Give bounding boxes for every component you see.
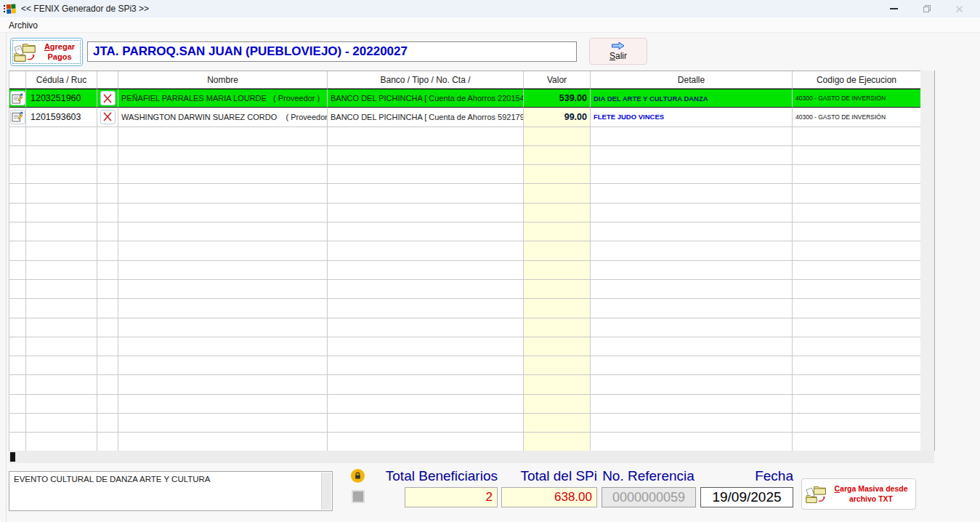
edit-cell <box>9 204 26 222</box>
banco-cell <box>328 414 524 433</box>
edit-cell[interactable] <box>9 108 26 127</box>
carga-masiva-button[interactable]: Carga Masiva desde archivo TXT <box>801 478 916 510</box>
banco-cell <box>328 375 524 394</box>
delete-row-button[interactable] <box>100 110 116 124</box>
window-title: << FENIX Generador de SPi3 >> <box>21 4 149 14</box>
cedula-cell <box>26 146 97 165</box>
codigo-cell <box>793 241 920 260</box>
detalle-textarea[interactable]: EVENTO CULTURAL DE DANZA ARTE Y CULTURA <box>9 471 333 511</box>
agregar-pagos-button[interactable]: Agregar Pagos <box>10 38 83 66</box>
delete-cell <box>97 395 118 414</box>
edit-cell <box>9 318 26 337</box>
minimize-button[interactable] <box>878 0 910 17</box>
valor-cell <box>524 433 591 451</box>
codigo-cell <box>793 165 920 184</box>
total-spi-label: Total del SPi <box>465 468 597 485</box>
table-row-empty <box>9 414 920 433</box>
delete-cell <box>97 165 118 184</box>
table-row-empty <box>9 375 920 394</box>
table-row-empty <box>9 165 920 184</box>
table-horizontal-scrollbar[interactable] <box>9 451 934 463</box>
banco-cell <box>328 433 524 451</box>
cedula-cell <box>26 127 97 146</box>
close-icon: ✕ <box>955 4 964 15</box>
close-button[interactable]: ✕ <box>943 0 976 17</box>
edit-cell <box>9 299 26 318</box>
valor-cell: 539.00 <box>524 89 591 108</box>
detalle-scrollbar[interactable] <box>321 473 331 510</box>
delete-cell <box>97 222 118 241</box>
detalle-text: EVENTO CULTURAL DE DANZA ARTE Y CULTURA <box>14 475 211 483</box>
detalle-cell: FLETE JUDO VINCES <box>591 108 793 127</box>
banco-cell <box>328 318 524 337</box>
banco-cell <box>328 337 524 356</box>
edit-row-button[interactable] <box>10 110 25 124</box>
valor-cell <box>524 241 591 260</box>
nombre-cell: PEÑAFIEL PARRALES MARIA LOURDE ( Proveed… <box>118 89 328 108</box>
edit-cell[interactable] <box>9 89 26 108</box>
delete-cell[interactable] <box>97 108 118 127</box>
edit-cell <box>9 261 26 280</box>
entity-title-input[interactable] <box>87 41 577 62</box>
valor-cell <box>524 299 591 318</box>
table-row[interactable]: 1201593603 WASHINGTON DARWIN SUAREZ CORD… <box>9 108 920 127</box>
nombre-cell <box>118 433 328 451</box>
edit-form-icon <box>12 111 23 122</box>
valor-cell <box>524 318 591 337</box>
detalle-cell: DIA DEL ARTE Y CULTURA DANZA <box>591 89 793 108</box>
codigo-cell <box>793 261 920 280</box>
nombre-cell <box>118 356 328 375</box>
cedula-cell <box>26 280 97 299</box>
valor-cell <box>524 165 591 184</box>
header-banco: Banco / Tipo / No. Cta / <box>328 71 524 88</box>
codigo-cell: 40300 - GASTO DE INVERSIÓN <box>793 89 920 108</box>
table-vertical-scrollbar[interactable] <box>920 71 935 451</box>
banco-cell <box>328 241 524 260</box>
valor-cell <box>524 204 591 222</box>
restore-icon <box>923 4 931 13</box>
minimize-icon <box>890 8 898 9</box>
nombre-cell <box>118 127 328 146</box>
header-edit-col <box>9 71 26 88</box>
edit-cell <box>9 127 26 146</box>
cedula-cell <box>26 299 97 318</box>
edit-form-icon <box>12 93 23 104</box>
valor-cell <box>524 356 591 375</box>
valor-cell: 99.00 <box>524 108 591 127</box>
codigo-cell <box>793 184 920 203</box>
delete-cell <box>97 337 118 356</box>
edit-cell <box>9 222 26 241</box>
cedula-cell <box>26 433 97 451</box>
table-row[interactable]: 1203251960 PEÑAFIEL PARRALES MARIA LOURD… <box>9 89 920 108</box>
codigo-cell <box>793 280 920 299</box>
table-row-empty <box>9 395 920 414</box>
nombre-cell <box>118 165 328 184</box>
edit-cell <box>9 395 26 414</box>
cedula-cell <box>26 222 97 241</box>
fecha-value[interactable]: 19/09/2025 <box>700 487 793 507</box>
restore-button[interactable] <box>910 0 943 17</box>
nombre-cell: WASHINGTON DARWIN SUAREZ CORDO ( Proveed… <box>118 108 328 127</box>
banco-cell <box>328 184 524 203</box>
window-controls: ✕ <box>878 0 976 17</box>
edit-row-button[interactable] <box>10 91 25 105</box>
edit-cell <box>9 414 26 433</box>
menu-archivo[interactable]: Archivo <box>4 18 42 33</box>
table-row-empty <box>9 280 920 299</box>
horizontal-scrollbar-thumb[interactable] <box>10 452 15 462</box>
cedula-cell <box>26 414 97 433</box>
salir-button[interactable]: Salir <box>589 38 647 65</box>
codigo-cell <box>793 299 920 318</box>
header-detalle: Detalle <box>591 71 793 88</box>
delete-row-button[interactable] <box>100 91 116 105</box>
delete-cell <box>97 280 118 299</box>
delete-cell[interactable] <box>97 89 118 108</box>
nombre-cell <box>118 222 328 241</box>
valor-cell <box>524 414 591 433</box>
banco-cell <box>328 299 524 318</box>
banco-cell <box>328 127 524 146</box>
add-payments-folders-icon <box>14 41 37 63</box>
delete-cell <box>97 146 118 165</box>
gray-square-button[interactable] <box>352 490 365 503</box>
nombre-cell <box>118 204 328 222</box>
